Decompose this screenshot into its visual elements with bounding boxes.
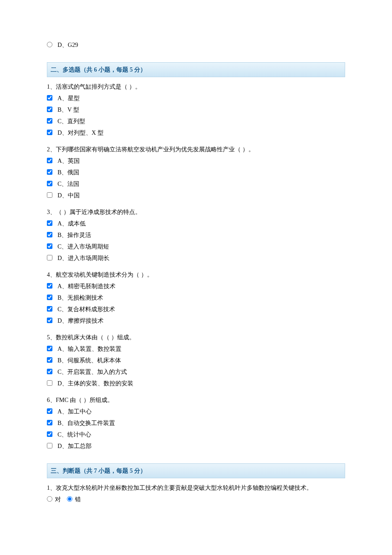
option-label: A、星型 [58, 94, 80, 103]
prev-option-row: D、G29 [47, 40, 345, 49]
section-2-header: 二、多选题（共 6 小题，每题 5 分） [47, 62, 345, 77]
section2-question: 6、FMC 由（ ）所组成。A、加工中心B、自动交换工件装置C、统计中心D、加工… [47, 396, 345, 451]
option-label: A、输入装置、数控装置 [58, 344, 121, 353]
option-checkbox[interactable] [47, 181, 52, 186]
option-row: B、操作灵活 [47, 231, 345, 240]
option-checkbox[interactable] [47, 255, 52, 260]
tf-false-label: 错 [75, 495, 81, 504]
option-row: B、俄国 [47, 168, 345, 177]
option-label: D、加工总部 [58, 442, 92, 451]
option-label: D、中国 [58, 191, 80, 200]
option-row: D、主体的安装、数控的安装 [47, 379, 345, 388]
option-row: C、复合材料成形技术 [47, 305, 345, 314]
question-text: 5、数控机床大体由（（ ）组成。 [47, 333, 345, 342]
option-row: C、进入市场周期短 [47, 242, 345, 251]
question-text: 2、下列哪些国家有明确立法将航空发动机产业列为优先发展战略性产业（ ）。 [47, 145, 345, 154]
question-text: 1、攻克大型水轮机叶片坐标数控加工技术的主要贡献是突破大型水轮机叶片多轴数控编程… [47, 483, 345, 492]
option-label: C、法国 [58, 179, 79, 188]
option-label: C、进入市场周期短 [58, 242, 109, 251]
option-label: B、无损检测技术 [58, 293, 103, 302]
option-row: D、进入市场周期长 [47, 254, 345, 263]
tf-row: 对错 [47, 495, 345, 504]
option-checkbox[interactable] [47, 318, 52, 323]
option-row: D、加工总部 [47, 442, 345, 451]
option-label: C、开启装置、加入的方式 [58, 367, 127, 376]
section2-question: 5、数控机床大体由（（ ）组成。A、输入装置、数控装置B、伺服系统、机床本体C、… [47, 333, 345, 388]
option-label: B、自动交换工件装置 [58, 419, 115, 428]
option-label: B、操作灵活 [58, 231, 91, 240]
option-checkbox[interactable] [47, 380, 52, 386]
option-row: B、自动交换工件装置 [47, 419, 345, 428]
option-checkbox[interactable] [47, 283, 52, 289]
option-row: C、直列型 [47, 117, 345, 126]
section2-question: 2、下列哪些国家有明确立法将航空发动机产业列为优先发展战略性产业（ ）。A、英国… [47, 145, 345, 200]
option-checkbox[interactable] [47, 232, 52, 237]
option-row: A、英国 [47, 156, 345, 165]
option-checkbox[interactable] [47, 420, 52, 425]
option-row: D、对列型、X 型 [47, 128, 345, 137]
option-row: B、无损检测技术 [47, 293, 345, 302]
option-checkbox[interactable] [47, 107, 52, 112]
option-row: B、V 型 [47, 105, 345, 114]
option-checkbox[interactable] [47, 95, 52, 101]
option-label: C、统计中心 [58, 430, 91, 439]
option-checkbox[interactable] [47, 158, 52, 163]
option-row: C、统计中心 [47, 430, 345, 439]
section-3-header: 三、判断题（共 7 小题，每题 5 分） [47, 463, 345, 478]
option-checkbox[interactable] [47, 369, 52, 374]
option-checkbox[interactable] [47, 431, 52, 437]
option-checkbox[interactable] [47, 443, 52, 448]
option-label: A、精密毛胚制造技术 [58, 282, 115, 291]
option-label: B、俄国 [58, 168, 79, 177]
option-row: C、法国 [47, 179, 345, 188]
tf-false-radio[interactable] [67, 496, 72, 502]
option-label: A、英国 [58, 156, 80, 165]
option-checkbox[interactable] [47, 295, 52, 300]
option-row: D、摩擦焊接技术 [47, 316, 345, 325]
option-row: A、星型 [47, 94, 345, 103]
option-label: C、直列型 [58, 117, 85, 126]
prev-option-radio[interactable] [47, 42, 52, 47]
section2-question: 4、航空发动机关键制造技术分为（ ）。A、精密毛胚制造技术B、无损检测技术C、复… [47, 270, 345, 325]
tf-true-radio[interactable] [47, 496, 52, 502]
option-label: D、进入市场周期长 [58, 254, 110, 263]
option-label: A、加工中心 [58, 407, 92, 416]
option-checkbox[interactable] [47, 346, 52, 351]
option-row: A、成本低 [47, 219, 345, 228]
option-checkbox[interactable] [47, 169, 52, 175]
section2-question: 3、（ ）属于近净成形技术的特点。A、成本低B、操作灵活C、进入市场周期短D、进… [47, 208, 345, 263]
option-label: D、主体的安装、数控的安装 [58, 379, 133, 388]
option-label: A、成本低 [58, 219, 86, 228]
question-text: 6、FMC 由（ ）所组成。 [47, 396, 345, 405]
option-checkbox[interactable] [47, 243, 52, 249]
section3-question: 1、攻克大型水轮机叶片坐标数控加工技术的主要贡献是突破大型水轮机叶片多轴数控编程… [47, 483, 345, 504]
option-label: D、对列型、X 型 [58, 128, 104, 137]
option-checkbox[interactable] [47, 192, 52, 198]
question-text: 1、活塞式的气缸排列方式是（ ）。 [47, 82, 345, 91]
option-row: D、中国 [47, 191, 345, 200]
section2-question: 1、活塞式的气缸排列方式是（ ）。A、星型B、V 型C、直列型D、对列型、X 型 [47, 82, 345, 137]
question-text: 3、（ ）属于近净成形技术的特点。 [47, 208, 345, 217]
option-checkbox[interactable] [47, 220, 52, 226]
option-row: A、加工中心 [47, 407, 345, 416]
option-row: A、输入装置、数控装置 [47, 344, 345, 353]
option-checkbox[interactable] [47, 118, 52, 124]
option-checkbox[interactable] [47, 130, 52, 135]
option-checkbox[interactable] [47, 306, 52, 312]
option-label: C、复合材料成形技术 [58, 305, 115, 314]
prev-option-label: D、G29 [58, 40, 78, 49]
option-label: B、伺服系统、机床本体 [58, 356, 121, 365]
tf-true-label: 对 [55, 495, 61, 504]
option-row: A、精密毛胚制造技术 [47, 282, 345, 291]
option-label: D、摩擦焊接技术 [58, 316, 104, 325]
option-checkbox[interactable] [47, 357, 52, 363]
question-text: 4、航空发动机关键制造技术分为（ ）。 [47, 270, 345, 279]
option-label: B、V 型 [58, 105, 79, 114]
option-row: B、伺服系统、机床本体 [47, 356, 345, 365]
option-row: C、开启装置、加入的方式 [47, 367, 345, 376]
option-checkbox[interactable] [47, 408, 52, 414]
